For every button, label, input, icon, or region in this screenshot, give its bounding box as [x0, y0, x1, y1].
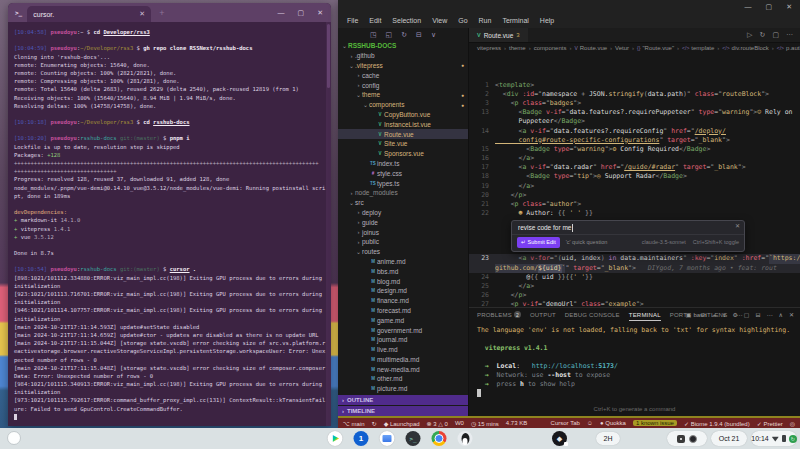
vscode-window[interactable]: — ▢ ✕ FileEditSelectionViewGoRunTerminal…	[338, 0, 800, 428]
code-line[interactable]: 18 <Badge type="tip">◎ Support Radar</Ba…	[469, 172, 800, 181]
new-tab-icon[interactable]: +	[159, 8, 164, 18]
new-terminal-icon[interactable]: +	[713, 312, 717, 318]
tree-item-design.md[interactable]: Mdesign.md	[338, 286, 468, 296]
refresh-icon[interactable]: ↻	[401, 31, 407, 39]
menu-item-edit[interactable]: Edit	[369, 17, 381, 24]
tree-item-index.ts[interactable]: TSindex.ts	[338, 159, 468, 169]
terminal-line[interactable]: eactivestorage.browser.reactiveStorageSe…	[14, 347, 327, 355]
terminal-panel-line[interactable]	[477, 335, 800, 344]
terminal-line[interactable]: Done in 8.7s	[14, 249, 327, 257]
integrated-terminal-output[interactable]: The language 'env' is not loaded, fallin…	[469, 321, 800, 406]
tree-item-.vitepress[interactable]: ⌄.vitepress●	[338, 61, 468, 71]
terminal-panel-line[interactable]: The language 'env' is not loaded, fallin…	[477, 326, 800, 335]
tree-item-instancelist.vue[interactable]: VInstanceList.vue	[338, 119, 468, 129]
terminal-line[interactable]: initialization	[14, 388, 327, 396]
tree-item-theme[interactable]: ⌄theme●	[338, 90, 468, 100]
close-icon[interactable]: ✕	[735, 222, 740, 231]
tree-item-.github[interactable]: ›.github	[338, 51, 468, 61]
tree-item-blog.md[interactable]: Mblog.md	[338, 276, 468, 286]
tree-item-anime.md[interactable]: Manime.md	[338, 257, 468, 267]
terminal-line[interactable]: pt, done in 189ms	[14, 192, 327, 200]
maximize-icon[interactable]: ▢	[298, 9, 305, 17]
play-store-icon[interactable]	[328, 431, 343, 446]
breadcrumb[interactable]: vitepress›theme›components›VRoute.vue›Ve…	[469, 43, 800, 53]
tree-item-routes[interactable]: ⌄routes	[338, 247, 468, 257]
bottom-panel[interactable]: PROBLEMS2OUTPUTDEBUG CONSOLETERMINALPORT…	[469, 307, 800, 416]
tree-item-forecast.md[interactable]: Mforecast.md	[338, 306, 468, 316]
terminal-panel-line[interactable]	[477, 389, 800, 398]
terminal-line[interactable]: initialization	[14, 298, 327, 306]
terminal-line[interactable]: [898:1021/101112.334880:ERROR:viz_main_i…	[14, 274, 327, 282]
breadcrumb-item[interactable]: </>div.routeBlock	[722, 45, 768, 51]
terminal-panel-line[interactable]: → Local: http://localhost:5173/	[477, 362, 800, 371]
kill-terminal-icon[interactable]: ⊟	[756, 311, 761, 318]
terminal-line[interactable]: Cloning into 'rsshub-docs'...	[14, 53, 327, 61]
more-actions-icon[interactable]: ⋯	[767, 311, 773, 318]
scrollbar-thumb[interactable]	[327, 24, 330, 88]
breadcrumb-item[interactable]: vitepress	[477, 45, 501, 51]
terminal-line[interactable]	[14, 126, 327, 134]
breadcrumb-item[interactable]: </>p.author	[777, 45, 800, 51]
launcher-button[interactable]	[7, 431, 21, 445]
timeline-section-header[interactable]: › TIMELINE	[338, 406, 468, 416]
terminal-line[interactable]: [973:1021/101115.792617:ERROR:command_bu…	[14, 396, 327, 404]
tree-item-new-media.md[interactable]: Mnew-media.md	[338, 364, 468, 374]
code-line[interactable]: 26 </p>	[469, 291, 800, 300]
tree-item-multimedia.md[interactable]: Mmultimedia.md	[338, 355, 468, 365]
terminal-line[interactable]: [main 2024-10-21T17:11:14.593Z] update#s…	[14, 323, 327, 331]
terminal-line[interactable]: + vitepress 1.4.1	[14, 225, 327, 233]
terminal-line[interactable]	[14, 110, 327, 118]
maximize-panel-icon[interactable]: ∧	[779, 311, 783, 318]
breadcrumb-item[interactable]: VRoute.vue	[574, 45, 607, 51]
status-item[interactable]: ⊗ 3 △ 0	[427, 420, 448, 427]
terminal-line[interactable]: [main 2024-10-21T17:11:15.044Z] [storage…	[14, 339, 327, 347]
status-item[interactable]: ☺	[587, 420, 593, 426]
terminal-line[interactable]: initialization	[14, 282, 327, 290]
breadcrumb-item[interactable]: components	[534, 45, 567, 51]
chrome-icon[interactable]	[432, 431, 447, 446]
chevron-down-icon[interactable]: ∨	[431, 31, 436, 39]
terminal-line[interactable]: Lockfile is up to date, resolution step …	[14, 143, 327, 151]
tree-item-deploy[interactable]: ›deploy	[338, 208, 468, 218]
status-item[interactable]: ● Quokka	[600, 420, 626, 426]
cursor-inline-ai-popup[interactable]: ✕ revise code for me ↵ Submit Edit 'c' q…	[511, 220, 745, 252]
code-line[interactable]: 14 <a v-if="data.features?.requireConfig…	[469, 127, 800, 136]
close-icon[interactable]: ✕	[139, 10, 145, 18]
terminal-line[interactable]: [10:10:20] pseudoyu:rsshub-docs git:(mas…	[14, 134, 327, 142]
terminal-line[interactable]: + vue 3.5.12	[14, 233, 327, 241]
tree-item-src[interactable]: ⌄src	[338, 198, 468, 208]
gear-icon[interactable]: ⚙	[732, 311, 737, 318]
terminal-line[interactable]: remote: Total 15640 (delta 2683), reused…	[14, 85, 327, 93]
terminal-line[interactable]	[14, 36, 327, 44]
status-item[interactable]: ◎	[790, 420, 795, 427]
status-item[interactable]: ◷ 15 mins	[471, 420, 499, 427]
terminal-line[interactable]: [main 2024-10-21T17:11:15.048Z] [storage…	[14, 364, 327, 372]
maximize-icon[interactable]: ▢	[766, 3, 773, 11]
status-item[interactable]: ◆ Launchpad	[384, 420, 420, 427]
code-line[interactable]: 21 <p class="author">	[469, 200, 800, 209]
breadcrumb-item[interactable]: </>template	[682, 45, 714, 51]
tree-item-site.vue[interactable]: VSite.vue	[338, 139, 468, 149]
terminal-line[interactable]: initialization	[14, 315, 327, 323]
breadcrumb-item[interactable]: Vetur	[615, 45, 629, 51]
terminal-line[interactable]: [10:04:59] pseudoyu:~/Developer/rss3 $ g…	[14, 44, 327, 52]
menu-item-run[interactable]: Run	[479, 17, 492, 24]
code-line[interactable]: 25 </a>	[469, 282, 800, 291]
split-terminal-icon[interactable]: ▢	[744, 311, 750, 318]
terminal-line[interactable]: ++++++++++++++++++++++++++++++++++++++++…	[14, 159, 327, 167]
tree-item-picture.md[interactable]: Mpicture.md	[338, 384, 468, 394]
code-editor[interactable]: 1<template>2 <div :id="namespace + JSON.…	[469, 53, 800, 307]
run-icon[interactable]: ▷	[747, 31, 752, 39]
files-icon[interactable]	[380, 431, 395, 446]
code-line[interactable]: 3 <p class="badges">	[469, 99, 800, 108]
1password-icon[interactable]	[354, 431, 369, 446]
tote-pill[interactable]: 2H	[596, 432, 620, 445]
minimize-icon[interactable]: —	[278, 9, 285, 16]
terminal-line[interactable]: Resolving deltas: 100% (14758/14758), do…	[14, 102, 327, 110]
terminal-line[interactable]: ure: Failed to send GpuControl.CreateCom…	[14, 405, 327, 413]
terminal-line[interactable]: [10:10:18] pseudoyu:~/Developer/rss3 $ c…	[14, 118, 327, 126]
code-line[interactable]: 17 <a v-if="data.radar" href="/guide/#ra…	[469, 163, 800, 172]
breadcrumb-item[interactable]: theme	[509, 45, 526, 51]
panel-tab-output[interactable]: OUTPUT	[530, 308, 556, 321]
menu-item-selection[interactable]: Selection	[392, 17, 421, 24]
